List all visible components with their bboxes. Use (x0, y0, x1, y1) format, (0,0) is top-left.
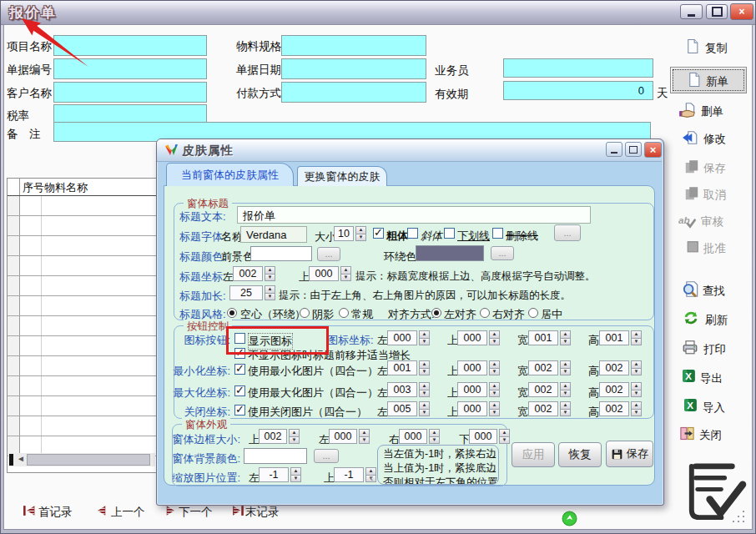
spin-down-icon[interactable]: ▼ (489, 390, 500, 398)
font-name-input[interactable]: Verdana (240, 226, 307, 243)
maximize-button[interactable] (706, 4, 728, 19)
use-minimize-image-checkbox[interactable] (234, 364, 245, 375)
project-name-input[interactable] (53, 35, 207, 56)
icon-width-value[interactable]: 001 (528, 330, 558, 345)
spin-up-icon[interactable]: ▲ (265, 285, 275, 294)
zoom-top-value[interactable]: -1 (334, 467, 364, 482)
close-top-value[interactable]: 000 (457, 401, 487, 416)
spin-up-icon[interactable]: ▲ (489, 401, 500, 410)
underline-checkbox[interactable] (444, 228, 455, 239)
max-top-value[interactable]: 000 (457, 382, 487, 397)
doc-no-input[interactable] (53, 58, 207, 79)
spin-down-icon[interactable]: ▼ (560, 410, 571, 417)
row-selector[interactable] (8, 336, 20, 355)
title-lengthen-value[interactable]: 25 (229, 285, 263, 300)
close-width-value[interactable]: 002 (528, 401, 558, 416)
spin-down-icon[interactable]: ▼ (419, 339, 430, 346)
wrap-color-more-button[interactable]: ... (491, 246, 514, 260)
row-selector[interactable] (8, 396, 20, 416)
spin-up-icon[interactable]: ▲ (631, 382, 642, 390)
max-left-spinner[interactable]: 003▲▼ (387, 382, 430, 397)
find-icon[interactable] (682, 280, 699, 298)
main-titlebar[interactable]: 报价单 (1, 1, 755, 25)
style-hollow-radio[interactable] (227, 308, 237, 318)
spin-down-icon[interactable]: ▼ (489, 369, 500, 376)
icon-left-spinner[interactable]: 000▲▼ (387, 330, 430, 345)
refresh-button[interactable]: 刷新 (705, 313, 728, 328)
last-record-icon[interactable] (231, 504, 244, 517)
spin-down-icon[interactable]: ▼ (560, 339, 571, 346)
table-row[interactable] (8, 196, 156, 216)
min-height-spinner[interactable]: 002▲▼ (599, 360, 642, 375)
spin-down-icon[interactable]: ▼ (429, 437, 440, 445)
export-icon[interactable]: X (681, 368, 697, 384)
spin-up-icon[interactable]: ▲ (560, 382, 571, 390)
min-left-spinner[interactable]: 001▲▼ (387, 360, 430, 375)
font-size-value[interactable]: 10 (334, 226, 354, 241)
icon-height-value[interactable]: 001 (599, 330, 629, 345)
font-more-button[interactable]: ... (554, 224, 581, 241)
spin-down-icon[interactable]: ▼ (355, 234, 366, 242)
align-right-radio[interactable] (480, 308, 490, 318)
row-selector[interactable] (8, 296, 20, 315)
border-right-value[interactable]: 000 (399, 429, 427, 444)
spin-down-icon[interactable]: ▼ (265, 275, 275, 282)
spin-up-icon[interactable]: ▲ (631, 360, 642, 369)
scroll-left-icon[interactable]: ◄ (17, 454, 25, 463)
new-button[interactable]: 新单 (706, 74, 728, 89)
spin-down-icon[interactable]: ▼ (340, 275, 351, 282)
border-bottom-spinner[interactable]: 000▲▼ (469, 429, 510, 444)
bold-checkbox[interactable] (373, 228, 384, 239)
row-selector[interactable] (8, 356, 20, 375)
spin-down-icon[interactable]: ▼ (359, 437, 370, 445)
minimize-button[interactable] (680, 4, 703, 19)
payment-input[interactable] (281, 82, 426, 103)
spin-down-icon[interactable]: ▼ (631, 410, 642, 417)
spin-down-icon[interactable]: ▼ (265, 294, 275, 301)
table-row[interactable] (8, 396, 156, 416)
title-left-spinner[interactable]: 002▲▼ (233, 266, 275, 281)
border-left-value[interactable]: 000 (329, 429, 357, 444)
close-height-value[interactable]: 002 (599, 401, 629, 416)
spin-up-icon[interactable]: ▲ (631, 330, 642, 339)
row-selector[interactable] (8, 276, 20, 295)
icon-top-spinner[interactable]: 000▲▼ (457, 330, 500, 345)
zoom-left-value[interactable]: -1 (259, 467, 289, 482)
spin-up-icon[interactable]: ▲ (419, 360, 430, 369)
table-row[interactable] (8, 336, 156, 356)
min-top-value[interactable]: 000 (457, 360, 487, 375)
horizontal-scrollbar[interactable]: ◄ (8, 453, 155, 466)
strike-checkbox[interactable] (492, 228, 503, 239)
spin-up-icon[interactable]: ▲ (489, 360, 500, 369)
nav-next-label[interactable]: 下一个 (179, 505, 213, 520)
max-left-value[interactable]: 003 (387, 382, 417, 397)
font-size-spinner[interactable]: 10▲▼ (334, 226, 366, 241)
table-row[interactable] (8, 276, 156, 296)
row-selector[interactable] (8, 376, 20, 395)
table-row[interactable] (8, 256, 156, 276)
zoom-left-spinner[interactable]: -1▲▼ (259, 467, 301, 482)
copy-button[interactable]: 复制 (705, 41, 728, 56)
close-door-icon[interactable] (678, 425, 696, 442)
border-left-spinner[interactable]: 000▲▼ (329, 429, 370, 444)
nav-first-label[interactable]: 首记录 (38, 505, 73, 520)
align-left-radio[interactable] (431, 308, 441, 318)
dialog-close-button[interactable]: × (644, 142, 662, 158)
spin-down-icon[interactable]: ▼ (419, 369, 430, 376)
max-height-spinner[interactable]: 002▲▼ (599, 382, 642, 397)
close-height-spinner[interactable]: 002▲▼ (599, 401, 642, 416)
spin-up-icon[interactable]: ▲ (359, 429, 370, 437)
spin-up-icon[interactable]: ▲ (560, 401, 571, 410)
min-top-spinner[interactable]: 000▲▼ (457, 360, 500, 375)
min-left-value[interactable]: 001 (387, 360, 417, 375)
spin-up-icon[interactable]: ▲ (560, 330, 571, 339)
min-height-value[interactable]: 002 (599, 360, 629, 375)
tab-current-skin[interactable]: 当前窗体的皮肤属性 (166, 163, 294, 186)
use-close-image-checkbox[interactable] (234, 405, 245, 416)
import-icon[interactable]: X (683, 397, 698, 413)
spin-down-icon[interactable]: ▼ (419, 410, 430, 417)
spin-up-icon[interactable]: ▲ (340, 266, 351, 275)
resize-grip[interactable] (733, 511, 746, 524)
spin-down-icon[interactable]: ▼ (489, 339, 500, 346)
title-lengthen-spinner[interactable]: 25▲▼ (229, 285, 275, 300)
